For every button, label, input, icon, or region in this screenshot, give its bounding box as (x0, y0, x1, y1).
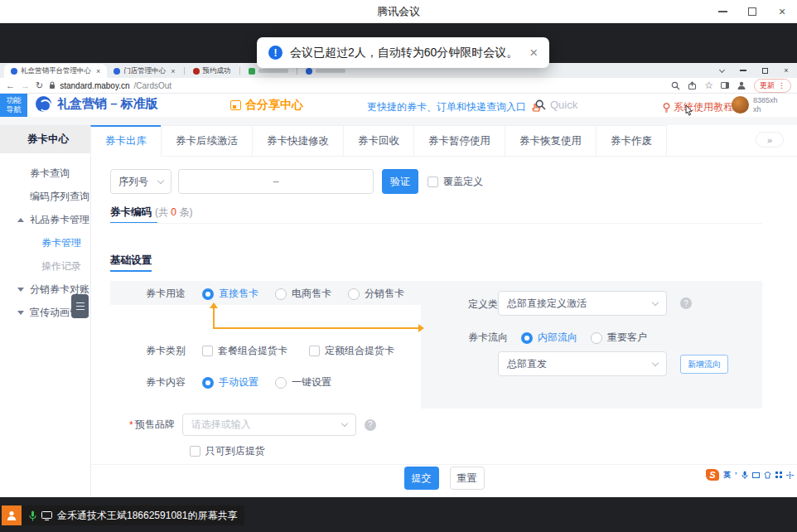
brand-placeholder: 请选择或输入 (191, 418, 251, 432)
brand[interactable]: 礼盒营销 – 标准版 (36, 96, 158, 112)
bookmark-star-icon[interactable]: ☆ (704, 80, 713, 90)
side-panel-icon[interactable] (721, 82, 729, 89)
ime-keyboard-icon[interactable] (752, 472, 760, 478)
required-mark: * (129, 419, 133, 431)
url-host: standard.maboy.cn (60, 81, 129, 90)
chevron-down-icon (157, 177, 164, 183)
ime-language-toggle[interactable]: 英 (723, 472, 731, 479)
radio-icon (348, 288, 360, 300)
chrome-update-button[interactable]: 更新 ⋮ (754, 79, 791, 93)
sidebar-item-oplog[interactable]: 操作记录 (0, 254, 90, 278)
serial-search-row: 序列号 – 验证 覆盖定义 (110, 169, 483, 194)
collapse-panel-button[interactable]: » (756, 132, 784, 148)
sidebar-item-cardquery[interactable]: 券卡查询 (0, 162, 90, 185)
radio-ecommerce-sale[interactable]: 电商售卡 (275, 287, 331, 301)
tutorial-link[interactable]: 系统使用教程 (663, 100, 733, 114)
radio-direct-sale[interactable]: 直接售卡 (202, 287, 258, 301)
tab-card-void[interactable]: 券卡作废 (596, 125, 667, 157)
serial-type-select[interactable]: 序列号 (110, 169, 171, 194)
ime-toolbar: S 英 ’ (706, 469, 794, 481)
tab-card-suspend[interactable]: 券卡暂停使用 (413, 125, 505, 157)
basic-underline (110, 270, 152, 272)
serial-range-input[interactable]: – (178, 169, 374, 194)
help-question-icon[interactable]: ? (365, 419, 376, 431)
profile-icon[interactable] (737, 80, 746, 90)
radio-oneclick-setup[interactable]: 一键设置 (275, 375, 331, 389)
chevron-down-icon (652, 298, 659, 305)
tab-card-outbound[interactable]: 券卡出库 (90, 125, 162, 157)
browser-tab-1[interactable]: 礼盒营销平台管理中心 × (4, 64, 107, 78)
tab-close-icon[interactable]: × (171, 67, 175, 75)
tab-favicon (249, 68, 255, 75)
url-box[interactable]: standard.maboy.cn/CardsOut (49, 81, 171, 90)
arrow-horizontal (213, 327, 420, 329)
radio-manual-setup[interactable]: 手动设置 (202, 375, 258, 389)
ime-skin-icon[interactable] (764, 472, 771, 479)
ime-settings-icon[interactable] (786, 472, 794, 479)
forward-icon[interactable]: → (21, 81, 30, 90)
browser-minimize-button[interactable] (732, 63, 754, 78)
ime-mic-icon[interactable] (741, 471, 748, 479)
verify-button[interactable]: 验证 (382, 169, 418, 194)
category-label: 券卡类别 (146, 344, 186, 358)
tab-label: 礼盒营销平台管理中心 (21, 66, 91, 76)
radio-internal-flow[interactable]: 内部流向 (521, 331, 577, 345)
tab-close-icon[interactable]: × (96, 67, 100, 75)
brand-logo-icon (36, 96, 51, 112)
definition-type-select[interactable]: 总部直接定义激活 (498, 291, 667, 316)
submit-button[interactable]: 提交 (404, 467, 439, 490)
radio-icon (521, 332, 533, 344)
quick-search[interactable]: Quick (535, 99, 577, 111)
browser-tab-2[interactable]: 门店管理中心 × (107, 64, 181, 78)
tab-card-recycle[interactable]: 券卡回收 (343, 125, 414, 157)
toast-close-icon[interactable]: × (529, 45, 538, 61)
main-content: 券卡出库 券卡后续激活 券卡快捷修改 券卡回收 券卡暂停使用 券卡恢复使用 券卡… (91, 125, 797, 497)
card-content-row: 券卡内容 手动设置 一键设置 (146, 375, 331, 389)
user-menu[interactable]: 8385xh xh (732, 96, 778, 114)
sidebar-group-giftcards[interactable]: 礼品券卡管理 (0, 208, 90, 231)
lightbulb-icon (663, 103, 670, 113)
radio-vip-customer[interactable]: 重要客户 (591, 331, 647, 345)
maximize-button[interactable] (737, 0, 767, 22)
minimize-button[interactable] (708, 0, 737, 22)
sidebar-item-codequery[interactable]: 编码序列查询 (0, 185, 90, 208)
presale-brand-select[interactable]: 请选择或输入 (182, 414, 356, 436)
tab-card-restore[interactable]: 券卡恢复使用 (505, 125, 597, 157)
share-center-link[interactable]: 合分享中心 (230, 98, 303, 113)
back-icon[interactable]: ← (6, 81, 15, 90)
meeting-stage: ! 会议已超过2人，自动转为60分钟限时会议。 × 礼盒营销平台管理中心 × 门… (0, 23, 797, 532)
browser-restore-button[interactable] (754, 63, 775, 78)
arrow-right-head (418, 324, 424, 332)
quick-entry-link[interactable]: 更快捷的券卡、订单和快递查询入口 (367, 100, 541, 114)
browser-close-button[interactable]: × (775, 63, 797, 78)
store-only-checkbox[interactable]: 只可到店提货 (190, 444, 265, 458)
reset-button[interactable]: 重置 (450, 467, 485, 490)
checkbox-package-combo[interactable]: 套餐组合提货卡 (202, 344, 287, 358)
overwrite-label: 覆盖定义 (443, 175, 483, 189)
zoom-icon[interactable] (671, 81, 680, 90)
flow-select[interactable]: 总部直发 (498, 351, 667, 376)
reload-icon[interactable]: ↻ (36, 81, 43, 90)
help-question-icon[interactable]: ? (680, 297, 692, 309)
definition-type-value: 总部直接定义激活 (507, 297, 587, 311)
sidebar-collapse-handle[interactable] (71, 294, 89, 318)
close-button[interactable]: × (767, 0, 797, 22)
ime-punctuation-icon[interactable]: ’ (735, 472, 737, 479)
overwrite-checkbox[interactable]: 覆盖定义 (427, 175, 483, 189)
sidebar-item-cardmanage[interactable]: 券卡管理 (0, 231, 90, 254)
sogou-logo-icon[interactable]: S (706, 469, 719, 481)
browser-tab-3[interactable]: 预约成功 (186, 64, 238, 78)
tab-label: 券卡快捷修改 (267, 134, 329, 148)
radio-distribution-sale[interactable]: 分销售卡 (348, 287, 404, 301)
add-flow-button[interactable]: 新增流向 (680, 355, 728, 374)
tab-search-button[interactable] (711, 63, 732, 78)
tab-favicon (114, 68, 120, 75)
share-icon[interactable] (688, 81, 697, 90)
tab-card-activate[interactable]: 券卡后续激活 (161, 125, 253, 157)
tab-card-quickedit[interactable]: 券卡快捷修改 (252, 125, 344, 157)
chevron-down-icon (718, 66, 724, 72)
checkbox-fixed-combo[interactable]: 定额组合提货卡 (309, 344, 394, 358)
tab-label: 门店管理中心 (123, 66, 166, 76)
nav-toggle-button[interactable]: 功能 导航 (0, 94, 27, 117)
ime-toolbox-icon[interactable] (775, 472, 782, 478)
